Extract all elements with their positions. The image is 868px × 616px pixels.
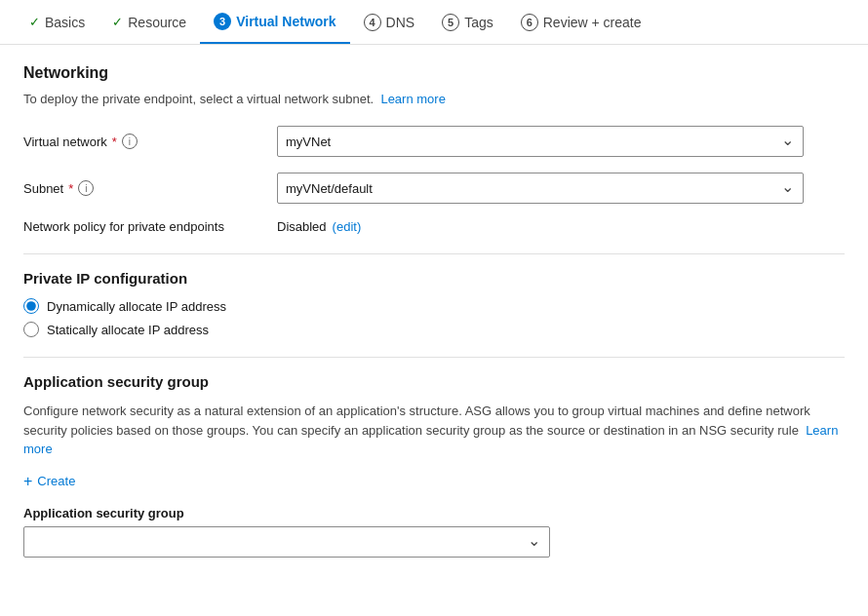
network-policy-label: Network policy for private endpoints — [23, 219, 277, 234]
asg-title: Application security group — [23, 373, 845, 390]
asg-select-wrapper — [23, 526, 550, 558]
create-btn-label: Create — [37, 474, 75, 488]
tab-review-create-label: Review + create — [543, 15, 642, 30]
tab-tags-label: Tags — [464, 15, 493, 30]
asg-field-label: Application security group — [23, 506, 845, 520]
static-ip-radio[interactable] — [23, 322, 39, 337]
dynamic-ip-radio-item[interactable]: Dynamically allocate IP address — [23, 298, 845, 314]
divider-2 — [23, 357, 845, 358]
subnet-label-text: Subnet — [23, 181, 63, 196]
tab-dns-label: DNS — [386, 15, 415, 30]
tab-basics-label: Basics — [45, 15, 85, 30]
network-policy-status: Disabled — [277, 219, 327, 234]
plus-icon: + — [23, 473, 32, 490]
static-ip-label: Statically allocate IP address — [47, 323, 209, 337]
review-number: 6 — [521, 14, 538, 31]
virtual-network-required: * — [112, 135, 117, 149]
dynamic-ip-radio[interactable] — [23, 298, 39, 314]
network-policy-row: Network policy for private endpoints Dis… — [23, 219, 845, 234]
subnet-row: Subnet * i myVNet/default — [23, 173, 845, 204]
virtual-network-label-text: Virtual network — [23, 135, 107, 149]
tab-bar: ✓ Basics ✓ Resource 3 Virtual Network 4 … — [0, 0, 868, 45]
tab-tags[interactable]: 5 Tags — [428, 0, 507, 44]
resource-check-icon: ✓ — [112, 15, 123, 29]
subnet-required: * — [68, 181, 73, 196]
networking-title: Networking — [23, 64, 845, 82]
tab-resource-label: Resource — [128, 15, 186, 30]
network-policy-edit-link[interactable]: (edit) — [333, 219, 362, 234]
subnet-label: Subnet * i — [23, 180, 277, 196]
tags-number: 5 — [442, 14, 459, 31]
networking-learn-more-link[interactable]: Learn more — [380, 92, 445, 106]
static-ip-radio-item[interactable]: Statically allocate IP address — [23, 322, 845, 337]
networking-desc-text: To deploy the private endpoint, select a… — [23, 92, 374, 106]
networking-description: To deploy the private endpoint, select a… — [23, 92, 845, 106]
tab-virtual-network-label: Virtual Network — [236, 14, 335, 29]
virtual-network-select[interactable]: myVNet — [277, 126, 804, 157]
private-ip-title: Private IP configuration — [23, 270, 845, 287]
network-policy-value: Disabled (edit) — [277, 219, 361, 234]
virtual-network-label: Virtual network * i — [23, 134, 277, 149]
tab-virtual-network[interactable]: 3 Virtual Network — [200, 0, 349, 44]
asg-select[interactable] — [23, 526, 550, 558]
main-content: Networking To deploy the private endpoin… — [0, 45, 868, 577]
dns-number: 4 — [364, 14, 381, 31]
virtual-network-control: myVNet — [277, 126, 804, 157]
create-asg-button[interactable]: + Create — [23, 473, 75, 490]
asg-desc-text: Configure network security as a natural … — [23, 404, 810, 438]
tab-dns[interactable]: 4 DNS — [350, 0, 429, 44]
subnet-info-icon[interactable]: i — [78, 180, 94, 196]
tab-resource[interactable]: ✓ Resource — [99, 0, 200, 44]
subnet-select[interactable]: myVNet/default — [277, 173, 804, 204]
virtual-network-info-icon[interactable]: i — [122, 134, 138, 149]
asg-description: Configure network security as a natural … — [23, 402, 845, 459]
basics-check-icon: ✓ — [29, 15, 40, 29]
subnet-select-wrapper: myVNet/default — [277, 173, 804, 204]
tab-review-create[interactable]: 6 Review + create — [507, 0, 655, 44]
dynamic-ip-label: Dynamically allocate IP address — [47, 299, 226, 314]
asg-select-container — [23, 526, 550, 558]
tab-basics[interactable]: ✓ Basics — [16, 0, 99, 44]
virtual-network-number: 3 — [214, 13, 231, 30]
private-ip-radio-group: Dynamically allocate IP address Statical… — [23, 298, 845, 337]
subnet-control: myVNet/default — [277, 173, 804, 204]
divider-1 — [23, 253, 845, 254]
virtual-network-row: Virtual network * i myVNet — [23, 126, 845, 157]
virtual-network-select-wrapper: myVNet — [277, 126, 804, 157]
